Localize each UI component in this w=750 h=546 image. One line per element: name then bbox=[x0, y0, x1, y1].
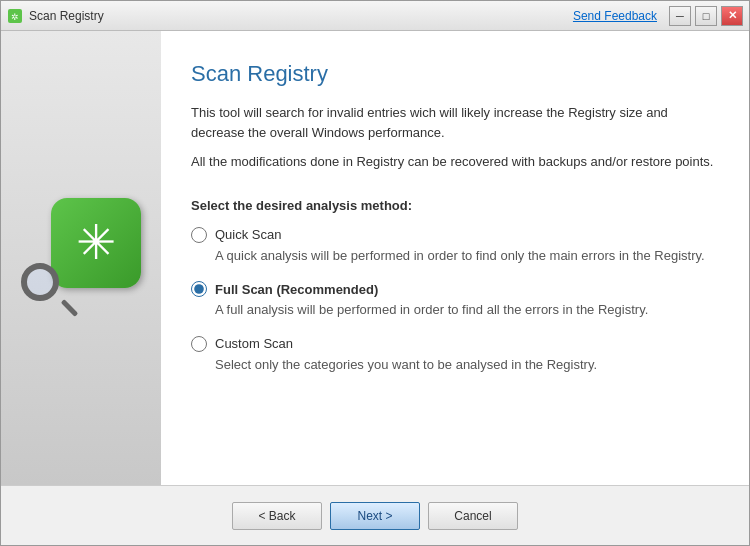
quick-scan-row: Quick Scan bbox=[191, 227, 719, 243]
restore-button[interactable]: □ bbox=[695, 6, 717, 26]
options-area: Quick Scan A quick analysis will be perf… bbox=[191, 227, 719, 466]
send-feedback-link[interactable]: Send Feedback bbox=[573, 9, 657, 23]
custom-scan-desc: Select only the categories you want to b… bbox=[215, 355, 719, 375]
custom-scan-title: Custom Scan bbox=[215, 336, 293, 351]
window-title: Scan Registry bbox=[29, 9, 104, 23]
footer: < Back Next > Cancel bbox=[1, 485, 749, 545]
titlebar: ✲ Scan Registry Send Feedback ─ □ ✕ bbox=[1, 1, 749, 31]
main-content: Scan Registry This tool will search for … bbox=[161, 31, 749, 485]
full-scan-option: Full Scan (Recommended) A full analysis … bbox=[191, 281, 719, 320]
snowflake-icon: ✳ bbox=[76, 219, 116, 267]
quick-scan-desc: A quick analysis will be performed in or… bbox=[215, 246, 719, 266]
sidebar-icons: ✳ bbox=[21, 198, 141, 318]
titlebar-right: Send Feedback ─ □ ✕ bbox=[573, 6, 743, 26]
quick-scan-title: Quick Scan bbox=[215, 227, 281, 242]
window-icon: ✲ bbox=[7, 8, 23, 24]
cancel-button[interactable]: Cancel bbox=[428, 502, 518, 530]
description-block: This tool will search for invalid entrie… bbox=[191, 103, 719, 182]
page-title: Scan Registry bbox=[191, 61, 719, 87]
svg-text:✲: ✲ bbox=[11, 12, 19, 22]
full-scan-desc: A full analysis will be performed in ord… bbox=[215, 300, 719, 320]
full-scan-title: Full Scan (Recommended) bbox=[215, 282, 378, 297]
full-scan-radio[interactable] bbox=[191, 281, 207, 297]
magnifier-handle bbox=[61, 299, 79, 317]
sidebar: ✳ bbox=[1, 31, 161, 485]
next-button[interactable]: Next > bbox=[330, 502, 420, 530]
custom-scan-radio[interactable] bbox=[191, 336, 207, 352]
back-button[interactable]: < Back bbox=[232, 502, 322, 530]
quick-scan-radio[interactable] bbox=[191, 227, 207, 243]
main-window: ✲ Scan Registry Send Feedback ─ □ ✕ ✳ bbox=[0, 0, 750, 546]
custom-scan-option: Custom Scan Select only the categories y… bbox=[191, 336, 719, 375]
magnifier-icon bbox=[21, 263, 76, 318]
quick-scan-option: Quick Scan A quick analysis will be perf… bbox=[191, 227, 719, 266]
section-label: Select the desired analysis method: bbox=[191, 198, 719, 213]
titlebar-left: ✲ Scan Registry bbox=[7, 8, 104, 24]
custom-scan-row: Custom Scan bbox=[191, 336, 719, 352]
full-scan-row: Full Scan (Recommended) bbox=[191, 281, 719, 297]
description-para-2: All the modifications done in Registry c… bbox=[191, 152, 719, 172]
content-area: ✳ Scan Registry This tool will search fo… bbox=[1, 31, 749, 485]
magnifier-circle bbox=[21, 263, 59, 301]
close-button[interactable]: ✕ bbox=[721, 6, 743, 26]
minimize-button[interactable]: ─ bbox=[669, 6, 691, 26]
description-para-1: This tool will search for invalid entrie… bbox=[191, 103, 719, 142]
